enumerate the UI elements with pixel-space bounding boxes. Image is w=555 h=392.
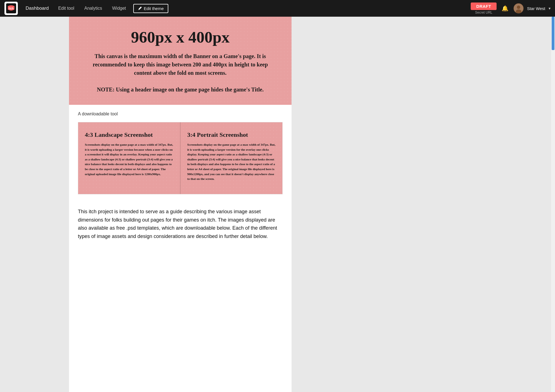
screenshot-box: 4:3 Landscape Screenshot Screenshots dis… (78, 122, 283, 194)
banner-subtitle: This canvas is the maximum width of the … (86, 52, 275, 77)
svg-text:itch: itch (9, 7, 14, 10)
portrait-title: 3:4 Portrait Screenshot (187, 131, 276, 138)
banner-image: 960px x 400px This canvas is the maximum… (69, 17, 292, 105)
notification-bell[interactable]: 🔔 (499, 5, 511, 12)
widget-link[interactable]: Widget (108, 6, 130, 11)
username-label: Star West (527, 6, 546, 11)
site-logo[interactable]: itch (4, 2, 18, 15)
portrait-body: Screenshots display on the game page at … (187, 142, 276, 182)
banner-note: NOTE: Using a header image on the game p… (86, 85, 275, 94)
edit-tool-link[interactable]: Edit tool (54, 6, 78, 11)
scrollbar-track[interactable] (551, 17, 555, 392)
analytics-link[interactable]: Analytics (80, 6, 106, 11)
scrollbar-thumb[interactable] (552, 17, 554, 50)
download-label: A downloadable tool (78, 111, 283, 116)
description-area: A downloadable tool (69, 105, 292, 116)
draft-button[interactable]: DRAFT (471, 3, 497, 10)
dashboard-link[interactable]: Dashboard (22, 6, 52, 11)
screenshot-right-panel: 3:4 Portrait Screenshot Screenshots disp… (181, 122, 282, 194)
screenshot-section: 4:3 Landscape Screenshot Screenshots dis… (69, 122, 292, 201)
avatar (514, 3, 524, 13)
banner-title: 960px x 400px (86, 28, 275, 46)
landscape-title: 4:3 Landscape Screenshot (85, 131, 173, 138)
svg-point-3 (517, 6, 520, 9)
body-text: This itch project is intended to serve a… (78, 208, 283, 241)
draft-area: DRAFT Secret URL (471, 3, 497, 14)
brush-icon (138, 6, 142, 11)
navbar: itch Dashboard Edit tool Analytics Widge… (0, 0, 555, 17)
body-text-section: This itch project is intended to serve a… (69, 201, 292, 250)
landscape-body: Screenshots display on the game page at … (85, 142, 173, 177)
edit-theme-button[interactable]: Edit theme (133, 4, 168, 13)
main-content: 960px x 400px This canvas is the maximum… (69, 17, 292, 392)
user-menu-chevron[interactable]: ▾ (549, 6, 551, 11)
secret-url-label: Secret URL (475, 11, 492, 14)
screenshot-left-panel: 4:3 Landscape Screenshot Screenshots dis… (78, 122, 181, 194)
